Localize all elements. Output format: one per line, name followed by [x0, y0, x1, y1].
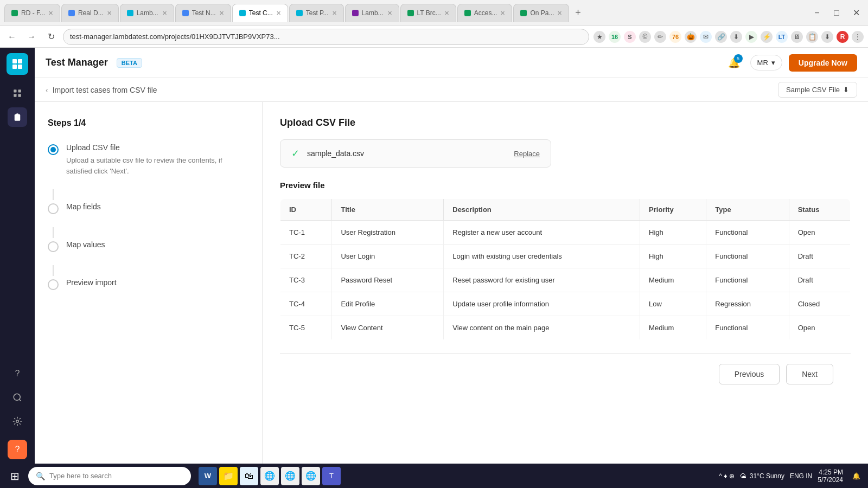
maximize-button[interactable]: □ — [829, 5, 844, 21]
tab-access[interactable]: Acces... ✕ — [457, 4, 513, 22]
download-icon[interactable]: ⬇ — [821, 31, 833, 43]
new-tab-button[interactable]: + — [570, 5, 585, 21]
minimize-button[interactable]: − — [809, 5, 825, 21]
notification-button[interactable]: 🔔 5 — [724, 53, 744, 73]
browser-icon-7[interactable]: ✉ — [700, 31, 712, 43]
taskbar-search-icon: 🔍 — [36, 472, 45, 480]
menu-icon[interactable]: ⋮ — [852, 31, 864, 43]
cell-type: Functional — [706, 221, 789, 245]
browser-icon-8[interactable]: 🔗 — [715, 31, 727, 43]
close-window-button[interactable]: ✕ — [848, 5, 864, 21]
tab-onpa[interactable]: On Pa... ✕ — [513, 4, 569, 22]
file-upload-box: ✓ sample_data.csv Replace — [280, 139, 551, 168]
taskbar-search-text: Type here to search — [49, 472, 112, 480]
taskbar-app-chrome2[interactable]: 🌐 — [281, 467, 299, 485]
tab-close-icon[interactable]: ✕ — [48, 10, 53, 17]
svg-rect-2 — [12, 65, 17, 69]
cell-title: Password Reset — [332, 268, 444, 292]
sidebar-icon-test[interactable] — [8, 107, 27, 127]
tab-test-c[interactable]: Test C... ✕ — [232, 4, 288, 22]
browser-icon-13[interactable]: 🖥 — [791, 31, 803, 43]
tab-lamb[interactable]: Lamb... ✕ — [120, 4, 174, 22]
tab-lt[interactable]: LT Brc... ✕ — [400, 4, 456, 22]
tab-rd[interactable]: RD - F... ✕ — [4, 4, 60, 22]
preview-table: ID Title Description Priority Type Statu… — [280, 198, 851, 340]
beta-badge: BETA — [117, 58, 142, 68]
app-container: ? ? Test Manager BETA 🔔 5 MR ▾ Upgrade — [0, 48, 868, 464]
browser-icon-11[interactable]: ⚡ — [761, 31, 773, 43]
sidebar-icon-grid[interactable] — [8, 84, 27, 103]
back-button[interactable]: ← — [4, 29, 20, 44]
star-icon[interactable]: ★ — [593, 31, 605, 43]
user-initials: MR — [757, 59, 768, 67]
app-header: Test Manager BETA 🔔 5 MR ▾ Upgrade Now — [35, 48, 868, 78]
breadcrumb-back-icon[interactable]: ‹ — [46, 86, 48, 94]
taskbar-app-chrome3[interactable]: 🌐 — [302, 467, 320, 485]
step-circle-3 — [48, 241, 59, 252]
tab-close-icon[interactable]: ✕ — [557, 10, 562, 17]
tab-close-icon[interactable]: ✕ — [219, 10, 224, 17]
taskbar-time: 4:25 PM — [818, 468, 843, 476]
taskbar-app-teams[interactable]: T — [322, 467, 341, 485]
sidebar-icon-settings[interactable] — [8, 412, 27, 431]
step-2-label: Map fields — [66, 202, 101, 211]
weather-icon: 🌤 — [740, 472, 746, 480]
cell-title: User Registration — [332, 221, 444, 245]
sidebar-icon-search[interactable] — [8, 388, 27, 407]
browser-icon-10[interactable]: ▶ — [745, 31, 757, 43]
taskbar-search-box[interactable]: 🔍 Type here to search — [28, 467, 191, 485]
browser-icon-5[interactable]: 76 — [669, 31, 681, 43]
replace-button[interactable]: Replace — [514, 150, 540, 158]
tab-close-icon[interactable]: ✕ — [276, 10, 281, 17]
browser-icon-4[interactable]: ✏ — [654, 31, 666, 43]
user-menu-button[interactable]: MR ▾ — [750, 55, 782, 70]
app-title: Test Manager — [46, 57, 108, 68]
tab-close-icon[interactable]: ✕ — [332, 10, 337, 17]
browser-icon-2[interactable]: S — [624, 31, 636, 43]
step-4-content: Preview import — [66, 278, 117, 287]
address-input[interactable] — [63, 29, 589, 45]
tab-real[interactable]: Real D... ✕ — [61, 4, 119, 22]
browser-icon-9[interactable]: ⬇ — [730, 31, 742, 43]
step-connector-1 — [53, 189, 54, 200]
upgrade-button[interactable]: Upgrade Now — [789, 54, 857, 72]
taskbar-app-chrome[interactable]: 🌐 — [260, 467, 279, 485]
preview-title: Preview file — [280, 181, 851, 190]
tab-close-icon[interactable]: ✕ — [387, 10, 392, 17]
tab-test-p[interactable]: Test P... ✕ — [289, 4, 344, 22]
tab-close-icon[interactable]: ✕ — [500, 10, 505, 17]
tab-close-icon[interactable]: ✕ — [162, 10, 167, 17]
table-header-row: ID Title Description Priority Type Statu… — [280, 199, 851, 221]
browser-icon-6[interactable]: 🎃 — [685, 31, 697, 43]
user-profile-icon[interactable]: R — [837, 31, 848, 43]
previous-button[interactable]: Previous — [719, 364, 780, 384]
extensions-icon[interactable]: 16 — [609, 31, 621, 43]
reload-button[interactable]: ↻ — [43, 29, 59, 44]
taskbar-app-word[interactable]: W — [199, 467, 217, 485]
steps-title: Steps 1/4 — [48, 118, 249, 128]
tab-lamb2[interactable]: Lamb... ✕ — [345, 4, 399, 22]
tab-close-icon[interactable]: ✕ — [444, 10, 449, 17]
browser-icon-12[interactable]: LT — [776, 31, 788, 43]
forward-button[interactable]: → — [24, 29, 39, 44]
taskbar-app-store[interactable]: 🛍 — [240, 467, 258, 485]
sample-csv-button[interactable]: Sample CSV File ⬇ — [778, 82, 857, 98]
cell-id: TC-1 — [280, 221, 332, 245]
main-content: Test Manager BETA 🔔 5 MR ▾ Upgrade Now ‹… — [35, 48, 868, 464]
taskbar-date: 5/7/2024 — [818, 476, 843, 484]
col-header-title: Title — [332, 199, 444, 221]
next-button[interactable]: Next — [786, 364, 833, 384]
step-connector-2 — [53, 227, 54, 238]
taskbar-app-files[interactable]: 📁 — [219, 467, 238, 485]
start-button[interactable]: ⊞ — [4, 466, 25, 486]
sidebar-icon-support[interactable]: ? — [8, 440, 27, 459]
tab-close-icon[interactable]: ✕ — [107, 10, 112, 17]
sidebar-icon-help[interactable]: ? — [8, 364, 27, 383]
browser-icon-14[interactable]: 📋 — [806, 31, 818, 43]
tab-test-n[interactable]: Test N... ✕ — [175, 4, 231, 22]
taskbar-notification-button[interactable]: 🔔 — [848, 468, 864, 484]
step-4-label: Preview import — [66, 278, 117, 287]
cell-priority: High — [640, 245, 706, 268]
browser-icon-3[interactable]: © — [639, 31, 651, 43]
steps-panel: Steps 1/4 Upload CSV file Upload a suita… — [35, 102, 263, 464]
